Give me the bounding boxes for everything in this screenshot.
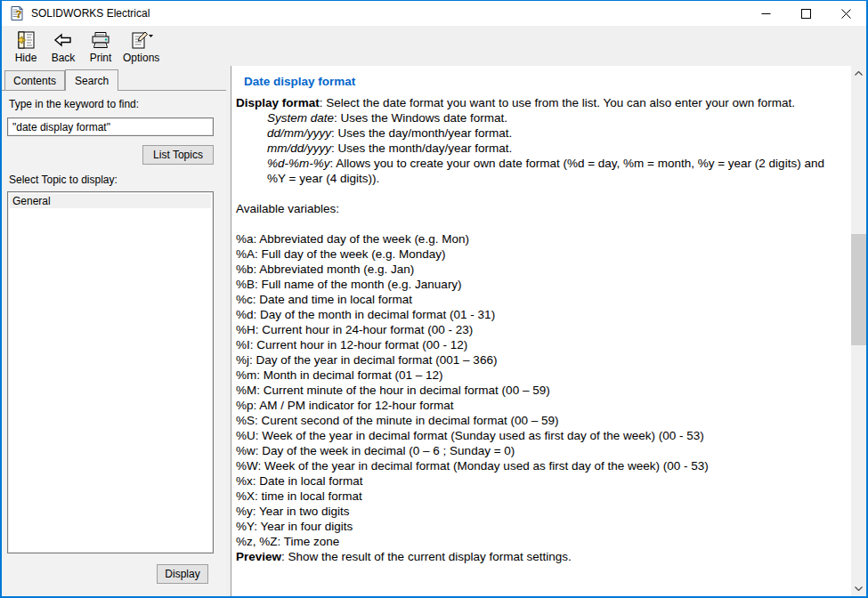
scrollbar-thumb[interactable]	[851, 234, 866, 345]
variable-line: %H: Current hour in 24-hour format (00 -…	[236, 322, 828, 337]
variable-line: %c: Date and time in local format	[236, 292, 828, 307]
tab-search-label: Search	[75, 75, 109, 87]
available-variables-label: Available variables:	[236, 201, 828, 216]
variable-line: %b: Abbreviated month (e.g. Jan)	[236, 262, 828, 277]
navigation-pane: Contents Search Type in the keyword to f…	[2, 66, 226, 596]
print-icon	[90, 28, 111, 52]
variable-line: %X: time in local format	[236, 489, 828, 504]
print-button[interactable]: Print	[82, 28, 119, 64]
help-file-icon: ?	[9, 5, 25, 21]
options-button-label: Options	[123, 52, 159, 64]
keyword-label: Type in the keyword to find:	[9, 98, 214, 110]
display-format-text: : Select the date format you want to use…	[320, 96, 795, 109]
variable-line: %A: Full day of the week (e.g. Monday)	[236, 246, 828, 262]
format-text: : Allows you to create your own date for…	[267, 157, 824, 185]
tab-search[interactable]: Search	[65, 69, 118, 91]
preview-term: Preview	[236, 550, 281, 563]
hide-button-label: Hide	[15, 52, 37, 64]
preview-text: : Show the result of the current display…	[281, 550, 572, 563]
variable-line: %d: Day of the month in decimal format (…	[236, 307, 828, 322]
vertical-scrollbar[interactable]	[851, 66, 866, 596]
hide-icon	[15, 28, 37, 52]
minimize-icon	[761, 9, 771, 19]
format-text: : Uses the Windows date format.	[334, 111, 507, 125]
topic-list[interactable]: General	[7, 191, 214, 554]
chevron-up-icon	[855, 71, 863, 76]
display-button[interactable]: Display	[157, 564, 208, 584]
format-text: : Uses the day/month/year format.	[331, 126, 512, 140]
format-term: System date	[267, 111, 334, 125]
format-term: %d-%m-%y	[267, 157, 330, 170]
search-tab-page: Type in the keyword to find: List Topics…	[2, 90, 226, 596]
variable-line: %B: Full name of the month (e.g. January…	[236, 277, 828, 292]
print-button-label: Print	[90, 52, 112, 64]
close-button[interactable]	[826, 1, 866, 26]
minimize-button[interactable]	[746, 1, 786, 26]
back-button[interactable]: Back	[45, 28, 82, 64]
variable-line: %I: Current hour in 12-hour format (00 -…	[236, 337, 828, 352]
topic-content: Date display format Display format: Sele…	[231, 66, 855, 573]
variable-line: %z, %Z: Time zone	[236, 534, 828, 549]
topic-list-item[interactable]: General	[10, 194, 211, 208]
variable-line: %m: Month in decimal format (01 – 12)	[236, 368, 828, 383]
format-option-line: mm/dd/yyyy: Uses the month/day/year form…	[267, 141, 828, 156]
format-option-line: System date: Uses the Windows date forma…	[267, 110, 828, 125]
maximize-button[interactable]	[786, 1, 826, 26]
tab-contents[interactable]: Contents	[4, 70, 65, 90]
format-text: : Uses the month/day/year format.	[331, 141, 512, 155]
scroll-up-button[interactable]	[851, 66, 866, 81]
tab-strip: Contents Search	[2, 69, 226, 90]
main-area: Contents Search Type in the keyword to f…	[2, 66, 866, 596]
variable-line: %a: Abbreviated day of the week (e.g. Mo…	[236, 231, 828, 246]
display-format-term: Display format	[236, 96, 320, 109]
title-bar: ? SOLIDWORKS Electrical	[2, 1, 866, 26]
svg-text:?: ?	[16, 7, 22, 20]
hide-button[interactable]: Hide	[7, 28, 45, 64]
back-icon	[53, 28, 74, 52]
variable-line: %W: Week of the year in decimal format (…	[236, 458, 828, 473]
format-option-line: dd/mm/yyyy: Uses the day/month/year form…	[267, 125, 828, 141]
variable-line: %y: Year in two digits	[236, 504, 828, 519]
topic-heading: Date display format	[244, 74, 828, 89]
variable-line: %M: Current minute of the hour in decima…	[236, 383, 828, 398]
variable-line: %Y: Year in four digits	[236, 519, 828, 534]
keyword-input[interactable]	[7, 117, 214, 136]
tab-contents-label: Contents	[13, 75, 56, 87]
variable-line: %j: Day of the year in decimal format (0…	[236, 352, 828, 368]
window-title: SOLIDWORKS Electrical	[31, 7, 150, 20]
variable-line: %w: Day of the week in decimal (0 – 6 ; …	[236, 443, 828, 458]
close-icon	[841, 9, 851, 19]
options-icon	[129, 28, 154, 52]
variable-line: %S: Curent second of the minute in decim…	[236, 413, 828, 428]
back-button-label: Back	[52, 52, 76, 64]
variable-line: %p: AM / PM indicator for 12-hour format	[236, 398, 828, 413]
toolbar: Hide Back Print	[2, 26, 866, 66]
preview-line: Preview: Show the result of the current …	[236, 549, 828, 564]
list-topics-button[interactable]: List Topics	[142, 145, 214, 165]
format-term: mm/dd/yyyy	[267, 141, 331, 155]
chevron-down-icon	[855, 586, 863, 591]
help-window: ? SOLIDWORKS Electrical	[0, 0, 868, 598]
window-controls	[746, 1, 866, 26]
select-topic-label: Select Topic to display:	[9, 174, 214, 186]
options-button[interactable]: Options	[119, 28, 163, 64]
scroll-down-button[interactable]	[851, 581, 866, 596]
format-term: dd/mm/yyyy	[267, 126, 331, 140]
display-format-paragraph: Display format: Select the date format y…	[236, 95, 828, 110]
variable-line: %x: Date in local format	[236, 473, 828, 489]
maximize-icon	[801, 9, 811, 19]
variable-line: %U: Week of the year in decimal format (…	[236, 428, 828, 443]
variables-list: %a: Abbreviated day of the week (e.g. Mo…	[236, 231, 828, 564]
format-option-line: %d-%m-%y: Allows you to create your own …	[267, 156, 828, 186]
topic-content-pane: Date display format Display format: Sele…	[231, 66, 866, 596]
